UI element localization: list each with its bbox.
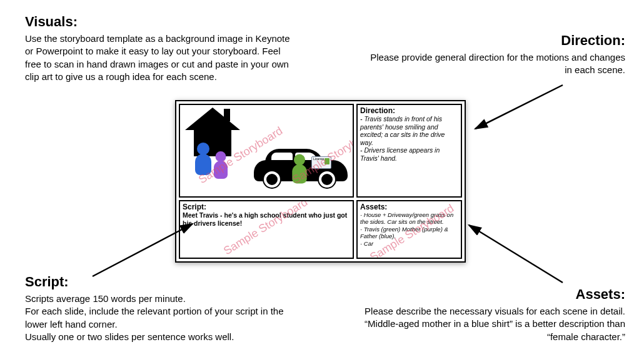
- arrow-assets-icon: [463, 219, 569, 290]
- illustration: License: [180, 105, 353, 196]
- card-assets-text: - House + Driveway/green grass on the si…: [358, 211, 461, 248]
- card-script-text: Meet Travis - he's a high school student…: [180, 211, 353, 228]
- arrow-direction-icon: [469, 81, 569, 140]
- script-label-block: Script: Scripts average 150 words per mi…: [25, 274, 288, 343]
- visuals-label-block: Visuals: Use the storyboard template as …: [25, 14, 294, 83]
- house-roof-icon: [185, 108, 240, 130]
- visuals-body: Use the storyboard template as a backgro…: [25, 33, 294, 83]
- svg-line-1: [93, 224, 193, 276]
- father-icon: [195, 143, 211, 175]
- assets-label-block: Assets: Please describe the necessary vi…: [350, 286, 625, 343]
- storyboard-card: License Sample Storyboard Sample Storybo…: [175, 100, 466, 263]
- card-direction-text: - Travis stands in front of his parents'…: [358, 115, 461, 164]
- svg-line-0: [475, 85, 563, 129]
- direction-heading: Direction:: [363, 33, 625, 49]
- svg-line-2: [469, 225, 563, 283]
- mother-icon: [214, 151, 228, 179]
- card-direction-label: Direction:: [358, 105, 461, 115]
- direction-body: Please provide general direction for the…: [363, 51, 625, 77]
- license-card-icon: License: [311, 156, 331, 169]
- assets-body: Please describe the necessary visuals fo…: [350, 305, 625, 343]
- card-visual-panel: License Sample Storyboard Sample Storybo…: [179, 104, 354, 198]
- card-assets-label: Assets:: [358, 201, 461, 211]
- visuals-heading: Visuals:: [25, 14, 294, 30]
- arrow-script-icon: [88, 219, 200, 284]
- travis-icon: [292, 154, 306, 184]
- license-label: License: [313, 157, 324, 161]
- card-assets-panel: Assets: - House + Driveway/green grass o…: [356, 200, 462, 259]
- direction-label-block: Direction: Please provide general direct…: [363, 33, 625, 77]
- script-body: Scripts average 150 words per minute. Fo…: [25, 293, 288, 343]
- card-script-label: Script:: [180, 201, 353, 211]
- card-direction-panel: Direction: - Travis stands in front of h…: [356, 104, 462, 198]
- card-script-panel: Script: Meet Travis - he's a high school…: [179, 200, 354, 259]
